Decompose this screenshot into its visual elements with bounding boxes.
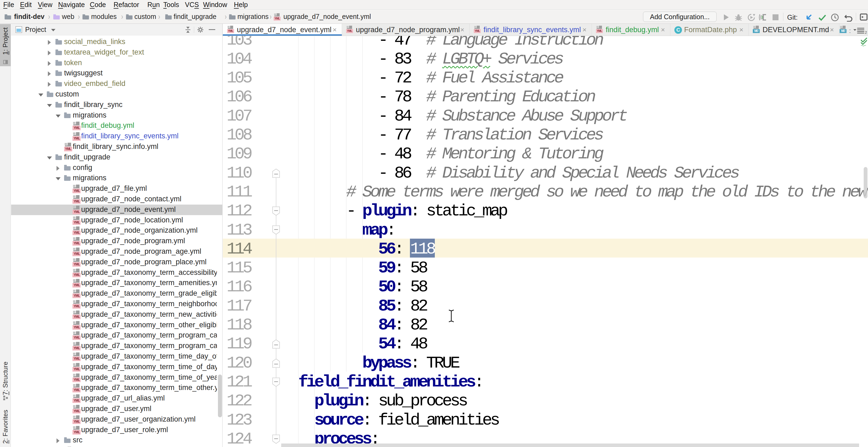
svg-text:2: 2 bbox=[865, 30, 867, 34]
